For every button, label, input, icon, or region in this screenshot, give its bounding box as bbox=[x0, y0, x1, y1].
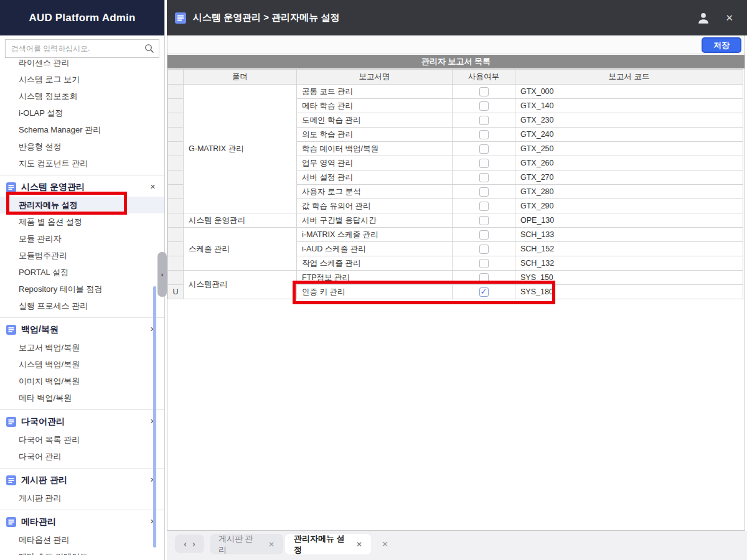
use-checkbox[interactable] bbox=[479, 116, 489, 125]
panel-collapse-handle[interactable]: ‹ bbox=[157, 252, 167, 297]
sidebar-item-meta-backup[interactable]: 메타 백업/복원 bbox=[0, 390, 164, 406]
sidebar-item-system-backup[interactable]: 시스템 백업/복원 bbox=[0, 356, 164, 373]
sidebar-scrollbar[interactable] bbox=[153, 286, 156, 548]
col-report-name: 보고서명 bbox=[297, 70, 453, 85]
sidebar-item-board-manage[interactable]: 게시판 관리 bbox=[0, 490, 164, 506]
top-bar: 시스템 운영관리 > 관리자메뉴 설정 ✕ bbox=[167, 0, 747, 35]
use-flag-cell bbox=[453, 199, 515, 213]
report-code-cell: SYS_150 bbox=[515, 271, 743, 285]
sidebar-item-repository-check[interactable]: Repository 테이블 점검 bbox=[0, 281, 164, 297]
close-icon[interactable]: ✕ bbox=[268, 540, 275, 549]
save-button[interactable]: 저장 bbox=[702, 37, 741, 53]
use-checkbox[interactable] bbox=[479, 173, 489, 182]
report-code-cell: GTX_140 bbox=[515, 99, 743, 113]
tab-scroll-nav: ‹ › bbox=[175, 534, 204, 553]
tab-next-icon[interactable]: › bbox=[192, 539, 195, 549]
use-checkbox[interactable] bbox=[479, 130, 489, 139]
row-marker bbox=[168, 256, 184, 271]
sidebar-item-license[interactable]: 라이센스 관리 bbox=[0, 60, 164, 71]
sidebar-item-admin-menu-setting[interactable]: 관리자메뉴 설정 bbox=[0, 197, 164, 213]
report-code-cell: SYS_180 bbox=[515, 285, 743, 299]
report-name-cell: 인증 키 관리 bbox=[297, 285, 453, 299]
section-title: 시스템 운영관리 bbox=[21, 182, 85, 193]
use-checkbox[interactable] bbox=[479, 216, 489, 225]
sidebar-section-board[interactable]: 게시판 관리 ✕ bbox=[0, 470, 164, 490]
table-row: 스케줄 관리 i-MATRIX 스케줄 관리 SCH_133 bbox=[168, 228, 743, 242]
use-flag-cell bbox=[453, 213, 515, 228]
menu-icon bbox=[6, 475, 16, 485]
section-title: 다국어관리 bbox=[21, 416, 65, 427]
tab-admin-menu-setting[interactable]: 관리자메뉴 설정 ✕ bbox=[285, 534, 371, 554]
search-input[interactable] bbox=[5, 39, 159, 58]
use-flag-cell bbox=[453, 185, 515, 199]
use-checkbox[interactable] bbox=[479, 259, 489, 268]
col-use-flag: 사용여부 bbox=[453, 70, 515, 85]
use-checkbox[interactable] bbox=[479, 159, 489, 168]
section-title: 게시판 관리 bbox=[21, 475, 67, 486]
bottom-tab-bar: ‹ › 게시판 관리 ✕ 관리자메뉴 설정 ✕ ✕ bbox=[167, 531, 747, 560]
sidebar-item-responsive[interactable]: 반응형 설정 bbox=[0, 138, 164, 155]
report-name-cell: 서버 설정 관리 bbox=[297, 170, 453, 185]
sidebar-item-meta-option[interactable]: 메타옵션 관리 bbox=[0, 531, 164, 548]
sidebar-item-system-info[interactable]: 시스템 정보조회 bbox=[0, 88, 164, 105]
use-checkbox[interactable] bbox=[479, 273, 489, 282]
use-checkbox[interactable] bbox=[479, 87, 489, 96]
user-icon[interactable] bbox=[697, 11, 710, 25]
use-flag-cell bbox=[453, 170, 515, 185]
close-icon[interactable]: ✕ bbox=[356, 540, 362, 549]
report-code-cell: OPE_130 bbox=[515, 213, 743, 228]
sidebar-item-exec-process[interactable]: 실행 프로세스 관리 bbox=[0, 297, 164, 314]
report-name-cell: 의도 학습 관리 bbox=[297, 128, 453, 142]
use-checkbox[interactable] bbox=[479, 202, 489, 211]
tab-prev-icon[interactable]: ‹ bbox=[184, 539, 187, 549]
app-root: AUD Platform Admin 라이센스 관리 시스템 로그 보기 시스템… bbox=[0, 0, 747, 560]
sidebar-search bbox=[5, 39, 159, 58]
menu-icon bbox=[6, 325, 16, 335]
tab-board-manage[interactable]: 게시판 관리 ✕ bbox=[210, 534, 283, 554]
sidebar-item-iolap[interactable]: i-OLAP 설정 bbox=[0, 105, 164, 121]
report-name-cell: 공통 코드 관리 bbox=[297, 85, 453, 99]
sidebar-item-module-category[interactable]: 모듈범주관리 bbox=[0, 247, 164, 264]
row-marker bbox=[168, 199, 184, 213]
row-marker bbox=[168, 228, 184, 242]
sidebar-item-system-log[interactable]: 시스템 로그 보기 bbox=[0, 71, 164, 88]
section-title: 백업/복원 bbox=[21, 324, 59, 335]
use-checkbox[interactable] bbox=[479, 101, 489, 111]
use-checkbox[interactable] bbox=[479, 187, 489, 197]
folder-cell: 스케줄 관리 bbox=[184, 228, 297, 271]
menu-icon bbox=[175, 12, 186, 24]
use-flag-cell bbox=[453, 128, 515, 142]
report-name-cell: 학습 데이터 백업/복원 bbox=[297, 142, 453, 156]
sidebar-item-schema-manager[interactable]: Schema Manager 관리 bbox=[0, 121, 164, 138]
sidebar-section-backup[interactable]: 백업/복원 ✕ bbox=[0, 320, 164, 339]
sidebar-item-product-option[interactable]: 제품 별 옵션 설정 bbox=[0, 213, 164, 230]
use-checkbox[interactable] bbox=[479, 287, 489, 297]
breadcrumb: 시스템 운영관리 > 관리자메뉴 설정 bbox=[193, 12, 339, 24]
panel-title-text: 관리자 보고서 목록 bbox=[421, 56, 491, 67]
close-icon[interactable]: ✕ bbox=[150, 183, 156, 191]
sidebar-item-meta-manual-update[interactable]: 메타 수동 업데이트 bbox=[0, 548, 164, 555]
sidebar-item-image-backup[interactable]: 이미지 백업/복원 bbox=[0, 373, 164, 390]
sidebar-item-module-admin[interactable]: 모듈 관리자 bbox=[0, 230, 164, 247]
section-title: 메타관리 bbox=[21, 516, 56, 528]
sidebar-section-system-ops[interactable]: 시스템 운영관리 ✕ bbox=[0, 177, 164, 197]
menu-icon bbox=[6, 417, 16, 427]
sidebar-item-report-backup[interactable]: 보고서 백업/복원 bbox=[0, 339, 164, 356]
main-area: 시스템 운영관리 > 관리자메뉴 설정 ✕ 저장 관리자 보고서 목록 bbox=[167, 0, 747, 560]
sidebar-item-multilang-list[interactable]: 다국어 목록 관리 bbox=[0, 431, 164, 448]
close-icon[interactable]: ✕ bbox=[382, 539, 388, 549]
sidebar-item-multilang-manage[interactable]: 다국어 관리 bbox=[0, 448, 164, 465]
report-name-cell: 서버 구간별 응답시간 bbox=[297, 213, 453, 228]
sidebar-section-meta[interactable]: 메타관리 ✕ bbox=[0, 512, 164, 531]
use-checkbox[interactable] bbox=[479, 230, 489, 240]
report-code-cell: SCH_152 bbox=[515, 242, 743, 256]
sidebar-section-multilang[interactable]: 다국어관리 ✕ bbox=[0, 412, 164, 431]
use-checkbox[interactable] bbox=[479, 245, 489, 254]
sidebar-item-portal-setting[interactable]: PORTAL 설정 bbox=[0, 264, 164, 281]
tab-label: 게시판 관리 bbox=[218, 533, 260, 556]
close-icon[interactable]: ✕ bbox=[725, 12, 733, 24]
sidebar-item-map-component[interactable]: 지도 컴포넌트 관리 bbox=[0, 155, 164, 172]
row-marker bbox=[168, 156, 184, 170]
use-checkbox[interactable] bbox=[479, 144, 489, 154]
chevron-left-icon: ‹ bbox=[161, 271, 164, 278]
